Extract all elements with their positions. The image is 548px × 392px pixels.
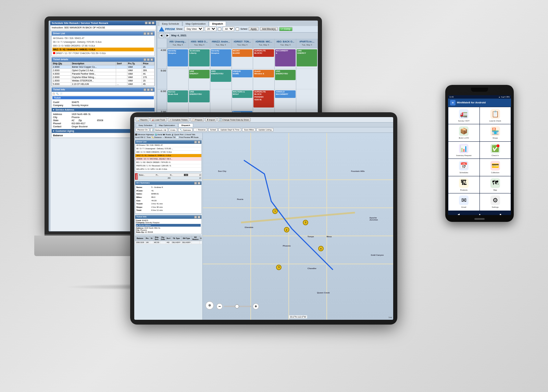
tab-driver-ups[interactable]: WS-UPS / 1 / 0 / UPS / 11.90 / 0.0Lb bbox=[135, 168, 201, 171]
event-machinery[interactable]: MACHINERY& bbox=[275, 49, 296, 66]
zoom-slider-thumb[interactable] bbox=[235, 304, 239, 308]
tab-driver-all[interactable]: All Drivers / 50 / 318 / 89421.47 bbox=[135, 144, 201, 147]
dl-minimize[interactable]: _ bbox=[144, 32, 146, 35]
event-scottsdale[interactable]: ScottsdaleLiberty bbox=[189, 49, 210, 66]
optimize-btn[interactable]: 🔧 Optimize bbox=[178, 128, 192, 132]
event-barrow[interactable]: BarrowBrain And bbox=[167, 90, 188, 102]
tti-min[interactable]: _ bbox=[194, 216, 197, 218]
event-serenity[interactable]: SerenityHospice bbox=[167, 49, 188, 66]
phone-app-collection[interactable]: 💳 Collection bbox=[480, 159, 511, 176]
tab-driver-parts[interactable]: PARTS-00 / 1 / 8 / Received / 1264.95 / … bbox=[135, 164, 201, 168]
minimize-btn[interactable]: _ bbox=[145, 22, 148, 24]
view-select[interactable]: Day View bbox=[184, 27, 203, 31]
reverse-btn[interactable]: ↔ Reverse bbox=[194, 128, 207, 131]
event-uns-su[interactable]: UNSENERGY/SU bbox=[211, 70, 231, 82]
complete-tickets-btn[interactable]: ✓ Complete Tickets bbox=[168, 118, 189, 122]
phone-app-inventory[interactable]: 📊 Inventory Request bbox=[448, 142, 480, 159]
sched-btn[interactable]: Sched bbox=[208, 128, 217, 131]
zoom-out-btn[interactable]: − bbox=[216, 303, 223, 309]
tab-easy-schedule[interactable]: Easy Schedule bbox=[159, 21, 182, 26]
tablet-tab-map[interactable]: Map Optimization bbox=[156, 123, 178, 127]
event-uns-energy[interactable]: UNSENERGY/SU bbox=[275, 70, 296, 80]
driver-item-all[interactable]: All Drivers / 50 / 318 / 89421.47 bbox=[52, 36, 154, 40]
refresh-all-btn[interactable]: 🔄 Refresh / All bbox=[150, 128, 168, 132]
compass-icon[interactable]: ⊕ bbox=[206, 301, 214, 309]
td-close[interactable]: × bbox=[150, 58, 153, 61]
phone-app-settings[interactable]: ⚙ Settings bbox=[480, 193, 511, 211]
import-btn[interactable]: ⬇ Import bbox=[205, 118, 217, 122]
tti-close[interactable]: × bbox=[198, 216, 200, 218]
event-arnold[interactable]: ARNOLDMACHINERY bbox=[275, 90, 296, 98]
phone-app-load[interactable]: 📋 Load & Check bbox=[480, 107, 511, 124]
close-btn[interactable]: × bbox=[152, 22, 154, 24]
tab-driver-bo[interactable]: BO / 1 / 82 / BACK ORDER / 7974.85 / 0. bbox=[135, 161, 201, 164]
prev-arrow[interactable]: ◀ bbox=[159, 33, 164, 38]
ti-restore[interactable]: □ bbox=[147, 88, 150, 91]
apply-button[interactable]: Apply bbox=[249, 27, 259, 31]
event-serenity2[interactable]: SerenityHospice bbox=[211, 49, 231, 66]
info-btn[interactable]: ℹ Info bbox=[169, 128, 177, 132]
tbl-close[interactable]: × bbox=[198, 141, 200, 143]
num-select[interactable]: 20 bbox=[205, 27, 216, 31]
ds-min[interactable]: _ bbox=[194, 182, 197, 185]
tab-driver-dr838[interactable]: DR838 / 15 / 0 / MICHAEL JIQUEZ / 66.5..… bbox=[135, 157, 201, 161]
phone-recent-btn[interactable]: ■ bbox=[498, 212, 503, 215]
change-ticket-btn[interactable]: 🔄 Change Ticket Data by Driver bbox=[217, 118, 251, 122]
td-minimize[interactable]: _ bbox=[144, 58, 146, 61]
update-listing-btn[interactable]: Update Listing bbox=[257, 128, 273, 131]
tablet-tab-dispatch[interactable]: Dispatch bbox=[178, 123, 193, 127]
update-btn[interactable]: Update Dep# & Time bbox=[219, 128, 241, 131]
sched-checkbox[interactable] bbox=[236, 27, 239, 31]
tab-dispatch[interactable]: Dispatch bbox=[209, 21, 226, 26]
next-arrow[interactable]: ▶ bbox=[165, 33, 170, 38]
driver-item-dr837[interactable]: DR837 / 11 / 57 / TONY CHACON / 521.59 /… bbox=[52, 51, 154, 55]
restore-btn[interactable]: □ bbox=[148, 22, 151, 24]
ds-close[interactable]: × bbox=[198, 182, 200, 185]
tablet-tab-easy[interactable]: Easy Schedule bbox=[136, 123, 155, 127]
prepare-btn[interactable]: 📋 Prepare bbox=[190, 118, 204, 122]
tab-driver-waz[interactable]: WAZ / 5 / 41 / Andrew K / 8498.61 / 0.0L… bbox=[135, 154, 201, 157]
event-superlite2[interactable]: SUPERLITEBLOCKPHOENIX4150 W. bbox=[253, 90, 274, 108]
tbl-min[interactable]: _ bbox=[194, 141, 197, 143]
all-select[interactable]: All bbox=[223, 27, 234, 31]
inventory-label: Inventory Request bbox=[456, 154, 472, 157]
event-uns-energy2[interactable]: UNSENERGY bbox=[297, 49, 317, 66]
comp-button[interactable]: ✓ Comp bbox=[279, 27, 292, 31]
phone-app-shops[interactable]: 🏪 Shops bbox=[480, 124, 511, 141]
event-walters[interactable]: WALTERS &WOLF bbox=[232, 90, 253, 98]
dl-close[interactable]: × bbox=[150, 32, 153, 35]
phone-app-schedules[interactable]: 📅 Schedules bbox=[448, 159, 480, 176]
all-checkbox[interactable] bbox=[218, 27, 221, 31]
event-unique[interactable]: UNIQUEHOME bbox=[232, 70, 253, 77]
phone-app-email[interactable]: ✉ Email bbox=[448, 193, 480, 211]
event-avanti[interactable]: AvantiWindow & bbox=[253, 70, 274, 77]
td-restore[interactable]: □ bbox=[147, 58, 150, 61]
dl-restore[interactable]: □ bbox=[147, 32, 150, 35]
zoom-slider[interactable] bbox=[224, 306, 251, 307]
phone-app-products[interactable]: 🏗 Products bbox=[448, 176, 480, 193]
event-superlite1[interactable]: SUPERLITEBLOCK/ bbox=[253, 49, 274, 57]
ti-minimize[interactable]: _ bbox=[144, 88, 146, 91]
tab-driver-000[interactable]: 000 / 2 / 0 / WEB ORDERS / 27.80 / 0.0Lb bbox=[135, 151, 201, 154]
ti-close[interactable]: × bbox=[150, 88, 153, 91]
driver-item-000[interactable]: 000 / 2 / 0 / WEB ORDERS / 27.80 / 0.0Lb bbox=[52, 44, 154, 48]
event-micro[interactable]: MICROBLEND bbox=[232, 49, 253, 57]
phone-back-btn[interactable]: ◀ bbox=[456, 212, 462, 215]
phone-app-survey[interactable]: 🚛 Survey / DOT bbox=[448, 107, 480, 124]
driver-item-waz[interactable]: WAZ / 5 / 41 / Andrew K / 8498.61 / 0.0L… bbox=[52, 48, 154, 51]
load-truck-btn[interactable]: 🚛 Load Truck bbox=[150, 118, 167, 122]
reports-btn[interactable]: 📊 Reports bbox=[136, 118, 149, 122]
event-uns2[interactable]: UNSENERGY/SU bbox=[189, 90, 210, 102]
phone-app-bulk[interactable]: 📦 BULK LOT# bbox=[448, 124, 480, 141]
zoom-in-btn[interactable]: + bbox=[253, 303, 259, 309]
planner-on-btn[interactable]: Planner On bbox=[136, 128, 149, 131]
phone-app-map[interactable]: 🗺 Map bbox=[480, 176, 511, 193]
add-blocks-button[interactable]: Add Block(s) bbox=[260, 27, 278, 31]
phone-app-checkin[interactable]: ✅ ! Check In bbox=[480, 142, 511, 159]
tab-map-optimization[interactable]: Map Optimization bbox=[183, 21, 209, 26]
event-uns1[interactable]: UNSENERGY bbox=[189, 70, 210, 78]
phone-home-btn[interactable]: ● bbox=[477, 212, 483, 215]
driver-item-00[interactable]: 00 / 3 / 7 / Unassigned - Delivery / 570… bbox=[52, 40, 154, 44]
tab-driver-00[interactable]: 00 / 3 / 7 / Unassigned - Delivery / 570… bbox=[135, 147, 201, 151]
save-miles-btn[interactable]: Save Miles bbox=[242, 128, 256, 131]
